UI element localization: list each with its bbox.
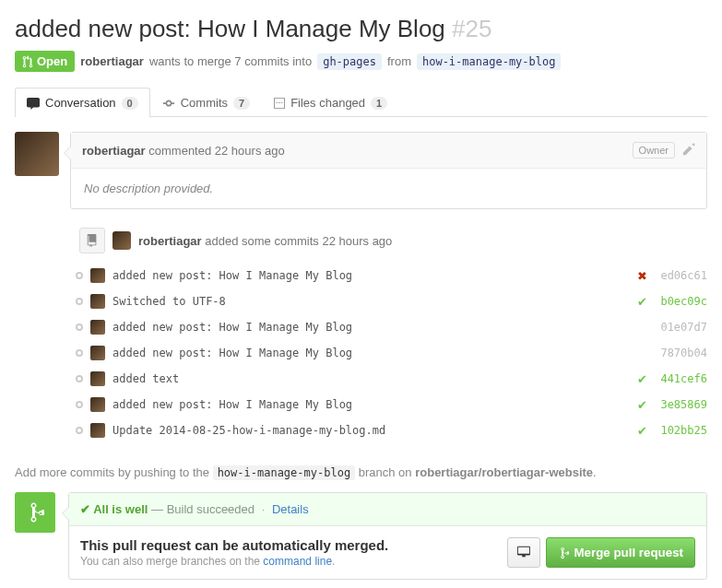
timeline-dot (76, 401, 83, 408)
merge-icon (15, 492, 55, 533)
commit-row: added new post: How I Manage My Blog✔3e8… (74, 392, 707, 417)
tab-conversation[interactable]: Conversation 0 (15, 88, 150, 117)
avatar[interactable] (112, 231, 131, 250)
owner-badge: Owner (633, 142, 675, 159)
commit-sha[interactable]: 01e07d7 (656, 321, 707, 334)
conversation-count: 0 (122, 97, 138, 110)
commit-sha[interactable]: b0ec09c (656, 295, 707, 308)
event-author[interactable]: robertiagar (138, 234, 202, 248)
commit-message[interactable]: added new post: How I Manage My Blog (112, 321, 628, 334)
pr-number: #25 (452, 15, 491, 42)
repo-push-icon (79, 228, 105, 253)
commit-sha[interactable]: 7870b04 (656, 347, 707, 359)
timeline-dot (76, 427, 83, 434)
commit-icon (162, 97, 175, 110)
comment-icon (27, 97, 40, 110)
commit-row: added text✔441cef6 (74, 366, 707, 392)
edit-icon[interactable] (682, 143, 695, 159)
commit-message[interactable]: added text (112, 372, 628, 385)
push-hint: Add more commits by pushing to the how-i… (15, 465, 707, 479)
commit-sha[interactable]: 441cef6 (656, 372, 707, 385)
merge-headline: This pull request can be automatically m… (80, 537, 388, 553)
commit-row: Switched to UTF-8✔b0ec09c (74, 288, 707, 314)
commit-sha[interactable]: ed06c61 (656, 269, 707, 282)
commits-count: 7 (233, 97, 250, 110)
desktop-button[interactable] (507, 537, 540, 568)
tab-files[interactable]: Files changed 1 (262, 88, 399, 117)
comment-meta: commented 22 hours ago (148, 144, 284, 158)
avatar[interactable] (90, 320, 105, 335)
files-count: 1 (371, 97, 387, 110)
pr-title-text: added new post: How I Manage My Blog (15, 15, 445, 42)
pr-title: added new post: How I Manage My Blog #25 (15, 15, 707, 43)
commit-message[interactable]: added new post: How I Manage My Blog (112, 347, 628, 359)
build-status: ✔ All is well — Build succeeded · Detail… (69, 493, 706, 526)
check-icon: ✔ (635, 372, 648, 386)
avatar[interactable] (90, 397, 105, 412)
avatar[interactable] (90, 371, 105, 386)
merge-button[interactable]: Merge pull request (546, 537, 696, 568)
commit-sha[interactable]: 102bb25 (656, 424, 707, 437)
timeline-dot (76, 323, 83, 331)
timeline-dot (76, 375, 83, 382)
commit-list: added new post: How I Manage My Blog✖ed0… (74, 263, 707, 443)
avatar[interactable] (90, 294, 105, 309)
merge-icon (558, 547, 569, 559)
commit-row: added new post: How I Manage My Blog✖ed0… (74, 263, 707, 288)
command-line-link[interactable]: command line (263, 555, 332, 568)
commit-row: Update 2014-08-25-how-i-manage-my-blog.m… (74, 417, 707, 443)
desktop-icon (517, 545, 530, 558)
comment-body: No description provided. (71, 169, 706, 208)
hint-repo: robertiagar/robertiagar-website (415, 465, 593, 479)
pr-icon (22, 55, 33, 68)
comment-author[interactable]: robertiagar (82, 144, 146, 158)
head-branch[interactable]: how-i-manage-my-blog (417, 53, 562, 70)
pr-author[interactable]: robertiagar (80, 54, 144, 68)
diff-icon (274, 97, 285, 110)
commit-message[interactable]: Switched to UTF-8 (112, 295, 628, 308)
avatar[interactable] (15, 132, 59, 176)
state-badge: Open (15, 51, 75, 72)
tabs: Conversation 0 Commits 7 Files changed 1 (15, 87, 707, 117)
commit-message[interactable]: added new post: How I Manage My Blog (112, 398, 628, 411)
commit-message[interactable]: added new post: How I Manage My Blog (112, 269, 628, 282)
x-icon: ✖ (635, 269, 648, 283)
tab-commits[interactable]: Commits 7 (150, 88, 262, 117)
build-details-link[interactable]: Details (272, 502, 309, 516)
comment: robertiagar commented 22 hours ago Owner… (70, 132, 707, 209)
commit-row: added new post: How I Manage My Blog7870… (74, 340, 707, 366)
check-icon: ✔ (635, 424, 648, 438)
avatar[interactable] (90, 423, 105, 438)
timeline-dot (76, 272, 83, 279)
merge-sub: You can also merge branches on the comma… (80, 555, 388, 568)
merge-area: ✔ All is well — Build succeeded · Detail… (15, 492, 707, 580)
commit-message[interactable]: Update 2014-08-25-how-i-manage-my-blog.m… (112, 424, 628, 437)
hint-branch: how-i-manage-my-blog (213, 465, 356, 480)
avatar[interactable] (90, 346, 105, 360)
timeline-dot (76, 298, 83, 305)
event-line: robertiagar added some commits 22 hours … (79, 228, 707, 253)
timeline-dot (76, 349, 83, 357)
base-branch[interactable]: gh-pages (317, 53, 382, 70)
pr-state-row: Open robertiagar wants to merge 7 commit… (15, 51, 707, 72)
check-icon: ✔ (635, 398, 648, 412)
avatar[interactable] (90, 268, 105, 283)
commit-row: added new post: How I Manage My Blog01e0… (74, 314, 707, 340)
commit-sha[interactable]: 3e85869 (656, 398, 707, 411)
check-icon: ✔ (635, 295, 648, 309)
